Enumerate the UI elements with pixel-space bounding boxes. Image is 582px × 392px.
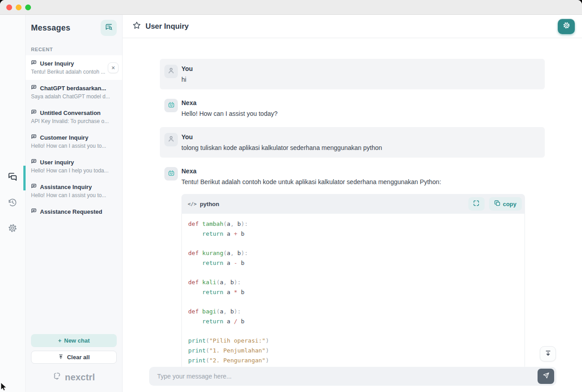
conversation-item-user-inquiry-2[interactable]: User inquiry Hello! How can I help you t… <box>26 154 122 179</box>
conversation-title: Customer Inquiry <box>40 134 88 141</box>
message-author: Nexa <box>181 167 525 175</box>
message-author: Nexa <box>181 99 278 107</box>
message-bubble-icon <box>31 84 37 92</box>
code-line <box>188 238 518 248</box>
search-conversations-button[interactable] <box>101 20 117 36</box>
conversation-title: Untitled Conversation <box>40 109 101 117</box>
conversation-list: User Inquiry Tentu! Berikut adalah conto… <box>26 55 122 217</box>
conversation-title: User inquiry <box>40 159 74 166</box>
settings-icon <box>7 223 18 235</box>
conversation-preview: Hello! How can I help you toda... <box>31 167 117 174</box>
message-bubble-icon <box>31 158 37 166</box>
avatar <box>164 65 178 78</box>
clear-all-label: Clear all <box>67 354 90 361</box>
send-button[interactable] <box>538 369 554 384</box>
code-line: return a - b <box>188 258 518 268</box>
close-window-button[interactable] <box>6 4 12 10</box>
code-line: def bagi(a, b): <box>188 307 518 317</box>
conversation-preview: Saya adalah ChatGPT model d... <box>31 93 117 100</box>
message-row-bot: Nexa Tentu! Berikut adalah contoh kode u… <box>160 161 545 388</box>
nav-settings-button[interactable] <box>6 223 19 235</box>
expand-code-button[interactable] <box>468 197 485 211</box>
message-bubble-icon <box>31 207 37 216</box>
chat-header: User Inquiry <box>123 15 582 38</box>
close-conversation-button[interactable]: × <box>108 62 119 73</box>
code-line: def kali(a, b): <box>188 277 518 287</box>
copy-code-button[interactable]: copy <box>489 197 522 211</box>
message-row-bot: Nexa Hello! How can I assist you today? <box>160 93 545 123</box>
code-line: return a + b <box>188 229 518 239</box>
sidebar-footer: + New chat Clear all <box>26 334 122 392</box>
sidebar-header: Messages <box>26 15 122 36</box>
code-content[interactable]: def tambah(a, b): return a + b def kuran… <box>181 214 525 382</box>
recent-section-label: RECENT <box>31 47 117 52</box>
conversation-title: ChatGPT berdasarkan... <box>40 84 106 92</box>
message-bubble-icon <box>31 109 37 117</box>
message-bubble-icon <box>31 59 37 67</box>
nexctrl-logo-icon <box>53 371 62 383</box>
star-icon[interactable] <box>132 21 141 31</box>
copy-icon <box>494 200 500 207</box>
close-icon: × <box>111 65 115 71</box>
minimize-window-button[interactable] <box>16 4 22 10</box>
app-window: Messages RECENT <box>0 0 582 392</box>
message-text: hi <box>181 76 193 84</box>
scroll-to-bottom-button[interactable] <box>540 346 556 361</box>
conversation-item-untitled-conversation[interactable]: Untitled Conversation API Key Invalid: T… <box>26 105 122 129</box>
app-body: Messages RECENT <box>0 15 582 392</box>
brand-logo-text: nexctrl <box>65 372 95 383</box>
clear-all-button[interactable]: Clear all <box>31 351 117 364</box>
conversation-title: User Inquiry <box>40 60 74 67</box>
zoom-window-button[interactable] <box>25 4 31 10</box>
nav-chats-button[interactable] <box>6 172 19 184</box>
code-line <box>188 326 518 336</box>
conversation-preview: Hello! How can I assist you to... <box>31 143 117 150</box>
message-thread[interactable]: You hi <box>123 38 582 392</box>
new-chat-label: New chat <box>64 337 90 344</box>
chat-panel: User Inquiry <box>123 15 582 392</box>
code-language-label: python <box>200 201 219 207</box>
code-line: def tambah(a, b): <box>188 219 518 229</box>
conversation-title: Assistance Requested <box>40 208 102 216</box>
sidebar-title: Messages <box>31 23 71 33</box>
conversation-item-chatgpt-berdasarkan[interactable]: ChatGPT berdasarkan... Saya adalah ChatG… <box>26 80 122 105</box>
conversation-item-customer-inquiry[interactable]: Customer Inquiry Hello! How can I assist… <box>26 129 122 154</box>
conversation-preview: API Key Invalid: To purchase o... <box>31 118 117 125</box>
conversation-item-assistance-requested[interactable]: Assistance Requested Hello! How can I as… <box>26 203 122 217</box>
code-block: </> python <box>181 194 525 382</box>
message-composer <box>149 367 556 386</box>
history-icon <box>7 197 18 210</box>
new-chat-button[interactable]: + New chat <box>31 334 117 347</box>
plus-icon: + <box>58 337 62 344</box>
robot-icon <box>167 101 176 111</box>
chat-search-icon <box>105 23 113 33</box>
code-line <box>188 297 518 307</box>
send-icon <box>542 372 550 381</box>
code-line: print("Pilih operasi:") <box>188 336 518 346</box>
code-line: def kurang(a, b): <box>188 248 518 258</box>
avatar <box>164 167 178 181</box>
robot-icon <box>167 169 176 179</box>
nav-history-button[interactable] <box>6 197 19 210</box>
code-actions: copy <box>468 197 522 211</box>
conversation-title: Assistance Inquiry <box>40 183 92 191</box>
user-icon <box>167 135 175 145</box>
copy-label: copy <box>503 201 516 207</box>
conversation-item-assistance-inquiry[interactable]: Assistance Inquiry Hello! How can I assi… <box>26 179 122 203</box>
brand-logo: nexctrl <box>31 371 117 383</box>
sidebar: Messages RECENT <box>26 15 123 392</box>
code-line: print("2. Pengurangan") <box>188 356 518 366</box>
chat-title: User Inquiry <box>146 22 189 31</box>
scroll-to-bottom-icon <box>545 350 551 358</box>
message-author: You <box>181 133 382 141</box>
message-text: tolong tuliskan kode aplikasi kalkulator… <box>181 144 382 152</box>
chat-settings-button[interactable] <box>558 19 575 34</box>
message-text: Tentu! Berikut adalah contoh kode untuk … <box>181 178 525 186</box>
conversation-item-user-inquiry[interactable]: User Inquiry Tentu! Berikut adalah conto… <box>26 55 122 80</box>
titlebar <box>0 0 582 15</box>
gear-icon <box>562 21 571 31</box>
message-input[interactable] <box>156 372 538 380</box>
code-line <box>188 268 518 277</box>
expand-icon <box>473 200 480 208</box>
avatar <box>164 99 178 112</box>
